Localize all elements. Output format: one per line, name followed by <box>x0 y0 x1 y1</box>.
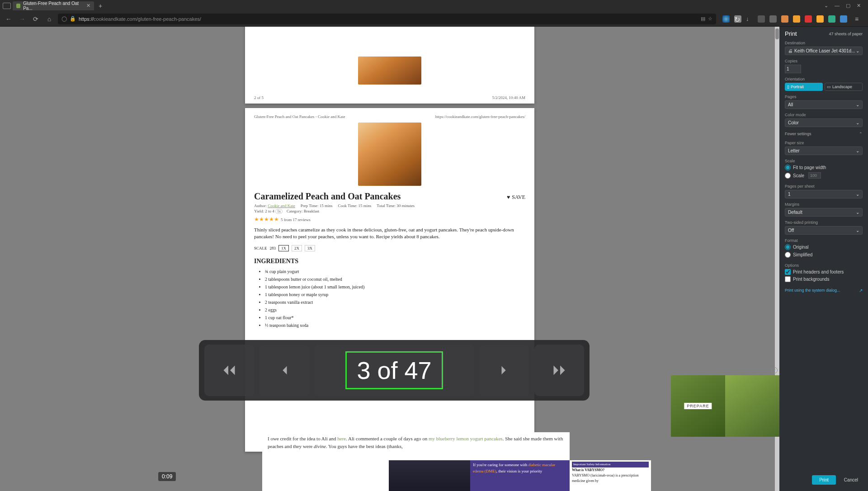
landscape-button[interactable]: ▭Landscape <box>825 83 863 91</box>
extension-icon[interactable] <box>722 15 730 23</box>
extension-icon[interactable] <box>769 15 777 23</box>
color-mode-label: Color mode <box>785 113 863 117</box>
close-icon[interactable]: × <box>771 367 778 373</box>
nav-bar: ← → ⟳ ⌂ ◯ 🔒 https://cookieandkate.com/gl… <box>0 11 868 27</box>
page-nav-overlay: 3 of 47 <box>199 340 590 401</box>
forward-button[interactable]: → <box>17 15 27 23</box>
color-mode-select[interactable]: Color⌄ <box>785 118 863 127</box>
heart-icon: ♥ <box>507 194 510 201</box>
pages-select[interactable]: All⌄ <box>785 100 863 109</box>
scale-3x-button[interactable]: 3X <box>305 245 315 251</box>
scale-row: SCALE283 1X 2X 3X <box>254 245 525 251</box>
recipe-yield: Yield: 2 to 4 1x Category: Breakfast <box>254 209 525 213</box>
ingredient-item: 2 tablespoons butter or coconut oil, mel… <box>265 275 525 283</box>
chevron-left-icon <box>274 360 294 380</box>
portrait-button[interactable]: ▯Portrait <box>785 83 823 91</box>
portrait-icon: ▯ <box>787 85 789 89</box>
sidebar-toggle-icon[interactable] <box>3 3 11 9</box>
extension-icon[interactable] <box>781 15 788 23</box>
print-backgrounds-checkbox[interactable]: Print backgrounds <box>785 276 863 282</box>
chevron-down-icon: ⌄ <box>856 120 859 125</box>
margins-select[interactable]: Default⌄ <box>785 208 863 217</box>
lock-icon[interactable]: 🔒 <box>70 16 76 22</box>
extension-icon[interactable] <box>840 15 847 23</box>
ingredient-item: ½ teaspoon baking soda <box>265 321 525 329</box>
next-page-button[interactable] <box>479 345 529 396</box>
download-icon[interactable]: ↓ <box>746 15 753 23</box>
extension-icon[interactable]: ↻ <box>734 15 741 23</box>
format-label: Format <box>785 238 863 243</box>
copies-label: Copies <box>785 59 863 63</box>
print-headers-checkbox[interactable]: Print headers and footers <box>785 269 863 275</box>
scale-fit-radio[interactable]: Fit to page width <box>785 165 863 170</box>
chevron-down-icon[interactable]: ⌄ <box>824 3 828 9</box>
double-chevron-left-icon <box>218 359 241 382</box>
extension-icon[interactable] <box>805 15 812 23</box>
orientation-label: Orientation <box>785 77 863 81</box>
page-header-left: Gluten-Free Peach and Oat Pancakes - Coo… <box>254 114 345 119</box>
menu-icon[interactable]: ≡ <box>852 15 862 23</box>
new-tab-button[interactable]: + <box>96 2 105 9</box>
paper-size-label: Paper size <box>785 141 863 145</box>
fewer-settings-toggle[interactable]: Fewer settings⌃ <box>779 129 868 139</box>
print-preview-area: 2 of 5 5/2/2024, 10:40 AM Gluten-Free Pe… <box>0 27 779 491</box>
chevron-down-icon: ⌄ <box>856 228 859 233</box>
save-button[interactable]: ♥ SAVE <box>507 194 525 201</box>
video-thumbnail[interactable]: × PREPARE <box>671 375 779 437</box>
pages-per-sheet-label: Pages per sheet <box>785 184 863 189</box>
cancel-button[interactable]: Cancel <box>840 475 863 485</box>
last-page-button[interactable] <box>534 345 584 396</box>
recipe-title: Caramelized Peach and Oat Pancakes <box>254 191 525 202</box>
shield-icon[interactable]: ◯ <box>61 16 67 22</box>
two-sided-label: Two-sided printing <box>785 220 863 225</box>
tab-bar: Gluten-Free Peach and Oat Pa... ✕ + ⌄ — … <box>0 0 868 11</box>
scale-1x-button[interactable]: 1X <box>278 245 289 251</box>
minimize-icon[interactable]: — <box>835 3 840 9</box>
extension-icon[interactable] <box>816 15 824 23</box>
page-counter-container: 3 of 47 <box>315 345 474 396</box>
tab-favicon <box>16 4 20 8</box>
extension-icon[interactable] <box>793 15 800 23</box>
extension-icon[interactable] <box>828 15 835 23</box>
bookmark-icon[interactable]: ☆ <box>708 16 712 22</box>
scrollbar-thumb[interactable] <box>775 28 779 39</box>
home-button[interactable]: ⌂ <box>44 15 54 23</box>
destination-select[interactable]: 🖨Keith Office Laser Jet 4301d... ⌄ <box>785 47 863 55</box>
scale-2x-button[interactable]: 2X <box>292 245 302 251</box>
prev-page-button[interactable] <box>259 345 309 396</box>
ingredients-list: ¾ cup plain yogurt 2 tablespoons butter … <box>265 268 525 329</box>
ingredients-heading: INGREDIENTS <box>254 258 525 265</box>
paper-size-select[interactable]: Letter⌄ <box>785 146 863 155</box>
reload-button[interactable]: ⟳ <box>31 15 41 23</box>
back-button[interactable]: ← <box>4 15 14 23</box>
two-sided-select[interactable]: Off⌄ <box>785 226 863 235</box>
underlying-page-content: I owe credit for the idea to Ali and her… <box>262 432 570 491</box>
close-icon[interactable]: ✕ <box>86 3 90 9</box>
ad-banner[interactable]: If you're caring for someone with diabet… <box>389 460 651 491</box>
scale-value-input[interactable] <box>808 172 821 179</box>
system-dialog-link[interactable]: Print using the system dialog...↗ <box>779 285 868 296</box>
scale-custom-radio[interactable]: Scale <box>785 172 863 179</box>
tab-title: Gluten-Free Peach and Oat Pa... <box>23 1 84 11</box>
print-button[interactable]: Print <box>812 475 836 485</box>
pages-per-sheet-select[interactable]: 1⌄ <box>785 190 863 198</box>
margins-label: Margins <box>785 202 863 207</box>
extensions-tray: ↻ ↓ ≡ <box>720 15 864 23</box>
copies-input[interactable] <box>785 65 801 73</box>
page-counter[interactable]: 3 of 47 <box>345 351 443 389</box>
extension-icon[interactable] <box>758 15 765 23</box>
maximize-icon[interactable]: ▢ <box>846 3 850 9</box>
format-simplified-radio[interactable]: Simplified <box>785 252 863 258</box>
recipe-image <box>358 57 421 85</box>
page-footer-right: 5/2/2024, 10:40 AM <box>492 95 525 100</box>
format-original-radio[interactable]: Original <box>785 244 863 250</box>
recipe-meta: Author: Cookie and Kate Prep Time: 15 mi… <box>254 203 525 208</box>
browser-tab[interactable]: Gluten-Free Peach and Oat Pa... ✕ <box>13 1 94 10</box>
ingredient-item: 1 tablespoon lemon juice (about 1 small … <box>265 283 525 291</box>
close-window-icon[interactable]: ✕ <box>857 3 861 9</box>
reader-icon[interactable]: ▤ <box>701 16 705 22</box>
ingredient-item: ¾ cup plain yogurt <box>265 268 525 275</box>
ingredient-item: 1 tablespoon honey or maple syrup <box>265 291 525 298</box>
first-page-button[interactable] <box>204 345 254 396</box>
url-bar[interactable]: ◯ 🔒 https://cookieandkate.com/gluten-fre… <box>58 14 716 24</box>
